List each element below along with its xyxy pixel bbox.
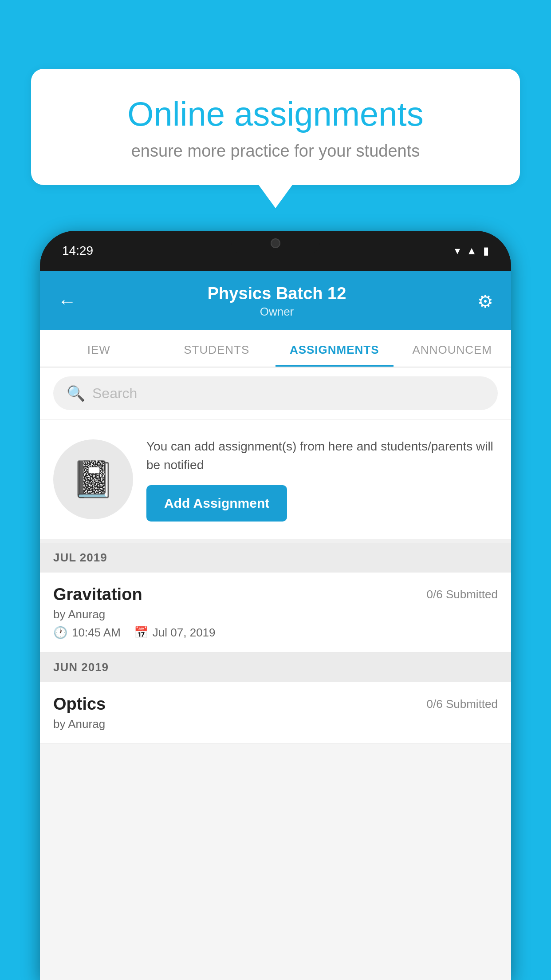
status-icons: ▾ ▲ ▮ — [455, 245, 489, 257]
section-jul-2019: JUL 2019 — [40, 543, 511, 573]
clock-icon: 🕐 — [53, 626, 67, 640]
assignment-meta-optics: by Anurag — [53, 717, 498, 731]
assignment-author-gravitation: by Anurag — [53, 608, 105, 621]
header-title: Physics Batch 12 — [208, 284, 346, 303]
settings-icon[interactable]: ⚙ — [477, 291, 493, 312]
phone-time: 14:29 — [62, 244, 93, 258]
tab-iew[interactable]: IEW — [40, 330, 158, 367]
promo-content: You can add assignment(s) from here and … — [146, 437, 498, 522]
tab-students[interactable]: STUDENTS — [158, 330, 276, 367]
search-icon: 🔍 — [67, 384, 85, 402]
date-value-gravitation: Jul 07, 2019 — [153, 626, 216, 640]
app-screen: ← Physics Batch 12 Owner ⚙ IEW STUDENTS … — [40, 271, 511, 980]
header-subtitle: Owner — [208, 305, 346, 319]
assignment-submitted-optics: 0/6 Submitted — [427, 697, 498, 711]
speech-bubble: Online assignments ensure more practice … — [31, 69, 520, 185]
search-input[interactable]: Search — [92, 385, 137, 402]
add-assignment-button[interactable]: Add Assignment — [146, 485, 287, 522]
search-bar[interactable]: 🔍 Search — [53, 376, 498, 410]
assignment-meta-gravitation: by Anurag — [53, 608, 498, 621]
section-jul-label: JUL 2019 — [53, 551, 107, 564]
bubble-subtitle: ensure more practice for your students — [62, 142, 489, 161]
header-title-group: Physics Batch 12 Owner — [208, 284, 346, 319]
assignment-details-gravitation: 🕐 10:45 AM 📅 Jul 07, 2019 — [53, 626, 498, 640]
assignment-author-optics: by Anurag — [53, 717, 105, 731]
phone-notch — [231, 231, 320, 255]
tab-assignments[interactable]: ASSIGNMENTS — [276, 330, 394, 367]
promo-text: You can add assignment(s) from here and … — [146, 437, 498, 474]
phone-frame: 14:29 ▾ ▲ ▮ ← Physics Batch 12 Owner ⚙ I… — [40, 231, 511, 980]
bubble-title: Online assignments — [62, 95, 489, 133]
status-bar: 14:29 ▾ ▲ ▮ — [40, 231, 511, 271]
time-value-gravitation: 10:45 AM — [72, 626, 121, 640]
calendar-icon: 📅 — [134, 626, 148, 640]
tab-bar: IEW STUDENTS ASSIGNMENTS ANNOUNCEM — [40, 330, 511, 368]
assignment-row-top-optics: Optics 0/6 Submitted — [53, 695, 498, 714]
assignment-name-gravitation: Gravitation — [53, 585, 142, 604]
camera — [271, 238, 280, 248]
promo-icon-circle: 📓 — [53, 439, 133, 519]
promo-section: 📓 You can add assignment(s) from here an… — [40, 419, 511, 543]
search-container: 🔍 Search — [40, 368, 511, 419]
assignment-time-gravitation: 🕐 10:45 AM — [53, 626, 121, 640]
speech-bubble-container: Online assignments ensure more practice … — [31, 69, 520, 185]
assignment-gravitation[interactable]: Gravitation 0/6 Submitted by Anurag 🕐 10… — [40, 573, 511, 652]
assignment-name-optics: Optics — [53, 695, 106, 714]
section-jun-label: JUN 2019 — [53, 660, 109, 674]
app-header: ← Physics Batch 12 Owner ⚙ — [40, 271, 511, 330]
battery-icon: ▮ — [483, 245, 489, 257]
wifi-icon: ▾ — [455, 245, 460, 257]
back-button[interactable]: ← — [58, 291, 76, 312]
assignment-date-gravitation: 📅 Jul 07, 2019 — [134, 626, 216, 640]
assignment-optics[interactable]: Optics 0/6 Submitted by Anurag — [40, 682, 511, 744]
notebook-icon: 📓 — [71, 458, 115, 500]
signal-icon: ▲ — [466, 245, 477, 257]
tab-announcements[interactable]: ANNOUNCEM — [394, 330, 512, 367]
assignment-submitted-gravitation: 0/6 Submitted — [427, 588, 498, 601]
section-jun-2019: JUN 2019 — [40, 652, 511, 682]
assignment-row-top: Gravitation 0/6 Submitted — [53, 585, 498, 604]
